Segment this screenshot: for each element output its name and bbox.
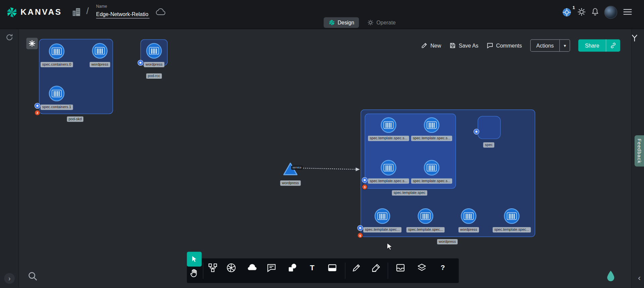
settings-gear-icon[interactable] [577, 7, 586, 16]
node-label: spec [483, 142, 494, 148]
node-label: spec.template.spec.s... [368, 178, 409, 184]
shapes-media-icon[interactable] [286, 262, 299, 274]
container-icon [377, 212, 387, 220]
group-spec-template[interactable] [365, 114, 456, 189]
pod-spec-node[interactable] [478, 116, 501, 139]
save-as-button[interactable]: Save As [449, 42, 479, 49]
container-icon [421, 212, 430, 220]
container-node[interactable] [418, 208, 433, 224]
comments-button[interactable]: Comments [487, 42, 522, 49]
container-node[interactable] [49, 86, 65, 101]
snowflake-layout-icon[interactable] [26, 38, 38, 49]
kanvas-logo-icon[interactable] [6, 6, 18, 18]
comments-button-label: Comments [496, 43, 522, 49]
meshery-components-icon[interactable] [246, 262, 258, 274]
tab-operate-label: Operate [376, 19, 396, 25]
mouse-cursor [385, 242, 394, 251]
kubernetes-components-icon[interactable] [225, 262, 237, 274]
service-to-deployment-edge[interactable] [300, 164, 362, 174]
node-label: spec.template.spec... [493, 227, 531, 232]
app-stage: KANVAS / Name [0, 0, 644, 288]
container-node[interactable] [381, 160, 396, 176]
kubernetes-badge-icon [35, 103, 40, 109]
node-label: spec.template.spec... [407, 227, 445, 232]
left-sidebar-strip [0, 29, 19, 288]
zoom-search-icon[interactable] [27, 271, 39, 282]
container-icon [507, 212, 517, 220]
help-icon[interactable]: ? [437, 262, 449, 274]
collapse-right-chevron[interactable]: ‹ [638, 273, 641, 283]
kubernetes-badge-icon [138, 60, 143, 66]
comment-tool-icon[interactable] [265, 262, 278, 274]
container-node[interactable] [146, 43, 162, 59]
container-icon [427, 164, 436, 171]
pencil-draw-icon[interactable] [350, 262, 363, 274]
drawer-saved-icon[interactable] [394, 262, 407, 274]
annotate-pen-icon[interactable] [370, 262, 382, 274]
droplet-theme-icon[interactable] [605, 270, 616, 282]
feedback-tab[interactable]: Feedback [635, 135, 644, 166]
error-count-badge[interactable]: 3 [362, 184, 368, 190]
expand-panel-chevron[interactable]: › [4, 273, 15, 284]
hamburger-menu-icon[interactable] [623, 9, 632, 15]
share-button-group: Share [578, 40, 620, 52]
brand-title: KANVAS [20, 7, 62, 17]
container-node[interactable] [381, 117, 396, 133]
flow-components-icon[interactable] [207, 262, 219, 274]
text-tool-icon[interactable]: T [306, 262, 318, 274]
container-node[interactable] [92, 43, 108, 59]
error-count-badge[interactable]: 5 [357, 232, 363, 238]
design-name-label: Name [96, 4, 107, 8]
container-node[interactable] [504, 208, 520, 224]
cluster-selector-icon[interactable]: 1 [559, 7, 574, 18]
user-avatar[interactable] [604, 6, 617, 19]
container-node[interactable] [49, 44, 65, 59]
tab-design[interactable]: Design [324, 17, 359, 28]
tab-operate[interactable]: Operate [363, 17, 401, 28]
notifications-bell-icon[interactable] [591, 7, 600, 16]
panel-rect-icon[interactable] [326, 262, 338, 274]
sync-refresh-icon[interactable] [5, 33, 14, 42]
container-node[interactable] [424, 160, 440, 176]
feedback-label: Feedback [636, 138, 642, 163]
node-label: wordpress [280, 181, 301, 186]
copy-link-button[interactable] [606, 40, 620, 52]
actions-button-label: Actions [531, 43, 559, 49]
save-as-button-label: Save As [459, 43, 478, 49]
error-count-badge[interactable]: 2 [35, 110, 40, 116]
container-icon [149, 47, 159, 55]
container-node[interactable] [375, 208, 390, 224]
pan-hand-tool[interactable] [188, 267, 201, 280]
container-icon [52, 48, 61, 55]
text-tool-glyph: T [310, 264, 314, 272]
container-node[interactable] [461, 208, 477, 224]
container-icon [95, 47, 105, 55]
new-button[interactable]: New [421, 42, 441, 49]
y-branch-icon[interactable] [630, 33, 639, 43]
share-button[interactable]: Share [578, 40, 606, 52]
canvas-toolbar: New Save As Comments Actions ▾ Share [421, 40, 620, 52]
organization-icon[interactable] [71, 7, 81, 17]
service-type-chip: service [291, 166, 303, 170]
actions-button[interactable]: Actions ▾ [530, 40, 570, 52]
container-node[interactable] [424, 117, 440, 133]
actions-dropdown-caret[interactable]: ▾ [559, 40, 570, 51]
node-label: spec.template.spec... [363, 227, 401, 232]
container-icon [384, 121, 393, 129]
breadcrumb-separator: / [86, 6, 89, 16]
container-icon [52, 90, 61, 97]
node-label: spec.template.spec.s... [411, 136, 452, 141]
tab-design-label: Design [338, 19, 355, 25]
group-label: wordpress [437, 239, 458, 244]
layers-icon[interactable] [416, 262, 428, 274]
group-label: pod-rcc [146, 73, 162, 79]
cloud-save-icon[interactable] [155, 8, 166, 16]
container-icon [464, 212, 473, 220]
select-tool[interactable] [187, 252, 202, 267]
kubernetes-badge-icon [362, 177, 368, 183]
help-glyph: ? [441, 264, 445, 272]
node-label: spec.containers.1 [41, 104, 73, 110]
design-name-input[interactable] [96, 10, 150, 18]
node-label: wordpress [144, 62, 164, 67]
node-label: wordpress [90, 62, 110, 67]
